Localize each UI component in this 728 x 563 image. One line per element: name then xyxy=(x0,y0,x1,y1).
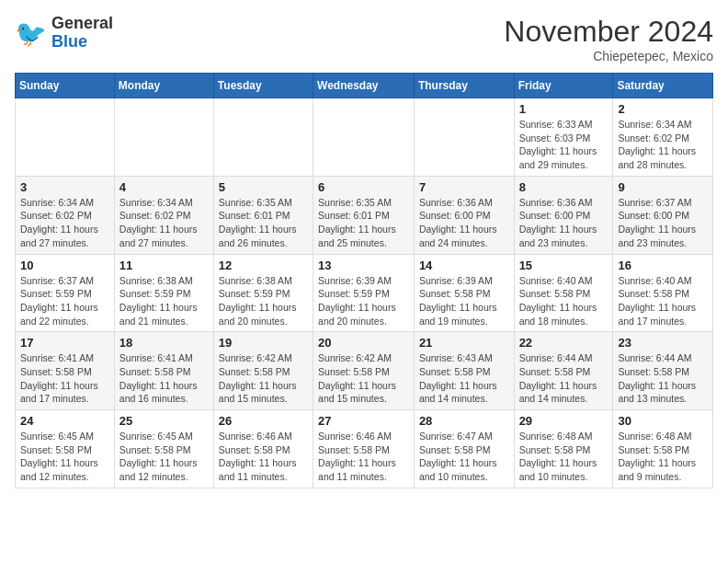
svg-text:🐦: 🐦 xyxy=(15,18,47,49)
calendar-week-1: 1Sunrise: 6:33 AMSunset: 6:03 PMDaylight… xyxy=(16,98,713,177)
day-header-sunday: Sunday xyxy=(16,74,115,98)
calendar-cell: 25Sunrise: 6:45 AMSunset: 5:58 PMDayligh… xyxy=(114,410,213,488)
day-info: Sunrise: 6:35 AMSunset: 6:01 PMDaylight:… xyxy=(219,196,308,250)
calendar-cell: 2Sunrise: 6:34 AMSunset: 6:02 PMDaylight… xyxy=(613,98,713,177)
calendar-cell: 4Sunrise: 6:34 AMSunset: 6:02 PMDaylight… xyxy=(114,176,213,254)
day-info: Sunrise: 6:37 AMSunset: 5:59 PMDaylight:… xyxy=(20,274,109,328)
day-info: Sunrise: 6:36 AMSunset: 6:00 PMDaylight:… xyxy=(519,196,609,250)
day-number: 5 xyxy=(219,180,308,194)
day-number: 8 xyxy=(519,180,609,194)
calendar-cell: 29Sunrise: 6:48 AMSunset: 5:58 PMDayligh… xyxy=(514,410,613,488)
day-info: Sunrise: 6:44 AMSunset: 5:58 PMDaylight:… xyxy=(519,351,609,406)
calendar-cell xyxy=(16,98,115,177)
day-info: Sunrise: 6:39 AMSunset: 5:59 PMDaylight:… xyxy=(318,274,409,328)
day-number: 20 xyxy=(318,336,409,350)
day-header-wednesday: Wednesday xyxy=(313,74,415,98)
title-section: November 2024 Chiepetepec, Mexico xyxy=(504,15,713,63)
calendar-cell: 1Sunrise: 6:33 AMSunset: 6:03 PMDaylight… xyxy=(514,98,613,177)
calendar-cell: 27Sunrise: 6:46 AMSunset: 5:58 PMDayligh… xyxy=(313,410,415,488)
location-subtitle: Chiepetepec, Mexico xyxy=(504,49,713,63)
calendar-cell: 7Sunrise: 6:36 AMSunset: 6:00 PMDaylight… xyxy=(414,176,514,254)
day-info: Sunrise: 6:45 AMSunset: 5:58 PMDaylight:… xyxy=(20,430,109,484)
day-info: Sunrise: 6:37 AMSunset: 6:00 PMDaylight:… xyxy=(618,196,708,250)
day-info: Sunrise: 6:34 AMSunset: 6:02 PMDaylight:… xyxy=(119,196,209,250)
day-info: Sunrise: 6:47 AMSunset: 5:58 PMDaylight:… xyxy=(419,430,509,484)
calendar-header-row: SundayMondayTuesdayWednesdayThursdayFrid… xyxy=(16,74,713,98)
logo: 🐦 GeneralBlue xyxy=(15,15,113,52)
day-info: Sunrise: 6:34 AMSunset: 6:02 PMDaylight:… xyxy=(618,118,708,172)
day-info: Sunrise: 6:46 AMSunset: 5:58 PMDaylight:… xyxy=(219,430,308,484)
calendar-week-4: 17Sunrise: 6:41 AMSunset: 5:58 PMDayligh… xyxy=(16,332,713,410)
day-number: 18 xyxy=(119,336,209,350)
day-number: 7 xyxy=(419,180,509,194)
day-number: 17 xyxy=(20,336,109,350)
day-number: 21 xyxy=(419,336,509,350)
calendar-cell: 17Sunrise: 6:41 AMSunset: 5:58 PMDayligh… xyxy=(16,332,115,410)
day-number: 27 xyxy=(318,414,409,428)
day-info: Sunrise: 6:41 AMSunset: 5:58 PMDaylight:… xyxy=(119,351,209,406)
day-number: 14 xyxy=(419,259,509,272)
day-info: Sunrise: 6:38 AMSunset: 5:59 PMDaylight:… xyxy=(119,274,209,328)
calendar-cell: 30Sunrise: 6:48 AMSunset: 5:58 PMDayligh… xyxy=(613,410,713,488)
logo-text: GeneralBlue xyxy=(51,15,113,52)
calendar-cell: 14Sunrise: 6:39 AMSunset: 5:58 PMDayligh… xyxy=(414,254,514,332)
day-info: Sunrise: 6:34 AMSunset: 6:02 PMDaylight:… xyxy=(20,196,109,250)
day-number: 16 xyxy=(618,259,708,272)
calendar-table: SundayMondayTuesdayWednesdayThursdayFrid… xyxy=(15,73,713,488)
calendar-week-3: 10Sunrise: 6:37 AMSunset: 5:59 PMDayligh… xyxy=(16,254,713,332)
day-info: Sunrise: 6:48 AMSunset: 5:58 PMDaylight:… xyxy=(618,430,708,484)
calendar-cell: 19Sunrise: 6:42 AMSunset: 5:58 PMDayligh… xyxy=(213,332,313,410)
calendar-cell: 24Sunrise: 6:45 AMSunset: 5:58 PMDayligh… xyxy=(16,410,115,488)
day-header-saturday: Saturday xyxy=(613,74,713,98)
calendar-cell: 15Sunrise: 6:40 AMSunset: 5:58 PMDayligh… xyxy=(514,254,613,332)
day-info: Sunrise: 6:42 AMSunset: 5:58 PMDaylight:… xyxy=(318,351,409,406)
day-info: Sunrise: 6:43 AMSunset: 5:58 PMDaylight:… xyxy=(419,351,509,406)
day-number: 4 xyxy=(119,180,209,194)
calendar-cell: 8Sunrise: 6:36 AMSunset: 6:00 PMDaylight… xyxy=(514,176,613,254)
day-number: 25 xyxy=(119,414,209,428)
day-number: 29 xyxy=(519,414,609,428)
day-info: Sunrise: 6:45 AMSunset: 5:58 PMDaylight:… xyxy=(119,430,209,484)
day-number: 3 xyxy=(20,180,109,194)
day-info: Sunrise: 6:39 AMSunset: 5:58 PMDaylight:… xyxy=(419,274,509,328)
day-number: 19 xyxy=(219,336,308,350)
day-info: Sunrise: 6:40 AMSunset: 5:58 PMDaylight:… xyxy=(519,274,609,328)
calendar-cell: 20Sunrise: 6:42 AMSunset: 5:58 PMDayligh… xyxy=(313,332,415,410)
page-header: 🐦 GeneralBlue November 2024 Chiepetepec,… xyxy=(15,15,713,63)
logo-icon: 🐦 xyxy=(15,17,48,50)
day-info: Sunrise: 6:33 AMSunset: 6:03 PMDaylight:… xyxy=(519,118,609,172)
day-header-monday: Monday xyxy=(114,74,213,98)
calendar-cell: 18Sunrise: 6:41 AMSunset: 5:58 PMDayligh… xyxy=(114,332,213,410)
day-number: 1 xyxy=(519,102,609,116)
day-info: Sunrise: 6:46 AMSunset: 5:58 PMDaylight:… xyxy=(318,430,409,484)
day-header-friday: Friday xyxy=(514,74,613,98)
day-number: 10 xyxy=(20,259,109,272)
calendar-cell: 11Sunrise: 6:38 AMSunset: 5:59 PMDayligh… xyxy=(114,254,213,332)
day-number: 23 xyxy=(618,336,708,350)
calendar-cell: 13Sunrise: 6:39 AMSunset: 5:59 PMDayligh… xyxy=(313,254,415,332)
day-header-thursday: Thursday xyxy=(414,74,514,98)
day-number: 9 xyxy=(618,180,708,194)
day-info: Sunrise: 6:42 AMSunset: 5:58 PMDaylight:… xyxy=(219,351,308,406)
day-number: 6 xyxy=(318,180,409,194)
day-number: 2 xyxy=(618,102,708,116)
day-number: 12 xyxy=(219,259,308,272)
day-number: 30 xyxy=(618,414,708,428)
calendar-cell xyxy=(114,98,213,177)
calendar-cell: 23Sunrise: 6:44 AMSunset: 5:58 PMDayligh… xyxy=(613,332,713,410)
day-number: 13 xyxy=(318,259,409,272)
day-info: Sunrise: 6:38 AMSunset: 5:59 PMDaylight:… xyxy=(219,274,308,328)
day-number: 26 xyxy=(219,414,308,428)
day-number: 11 xyxy=(119,259,209,272)
calendar-cell: 22Sunrise: 6:44 AMSunset: 5:58 PMDayligh… xyxy=(514,332,613,410)
calendar-cell: 9Sunrise: 6:37 AMSunset: 6:00 PMDaylight… xyxy=(613,176,713,254)
calendar-cell: 28Sunrise: 6:47 AMSunset: 5:58 PMDayligh… xyxy=(414,410,514,488)
day-info: Sunrise: 6:40 AMSunset: 5:58 PMDaylight:… xyxy=(618,274,708,328)
calendar-week-5: 24Sunrise: 6:45 AMSunset: 5:58 PMDayligh… xyxy=(16,410,713,488)
day-number: 22 xyxy=(519,336,609,350)
calendar-cell: 21Sunrise: 6:43 AMSunset: 5:58 PMDayligh… xyxy=(414,332,514,410)
day-number: 28 xyxy=(419,414,509,428)
day-number: 15 xyxy=(519,259,609,272)
calendar-cell: 16Sunrise: 6:40 AMSunset: 5:58 PMDayligh… xyxy=(613,254,713,332)
calendar-cell xyxy=(313,98,415,177)
